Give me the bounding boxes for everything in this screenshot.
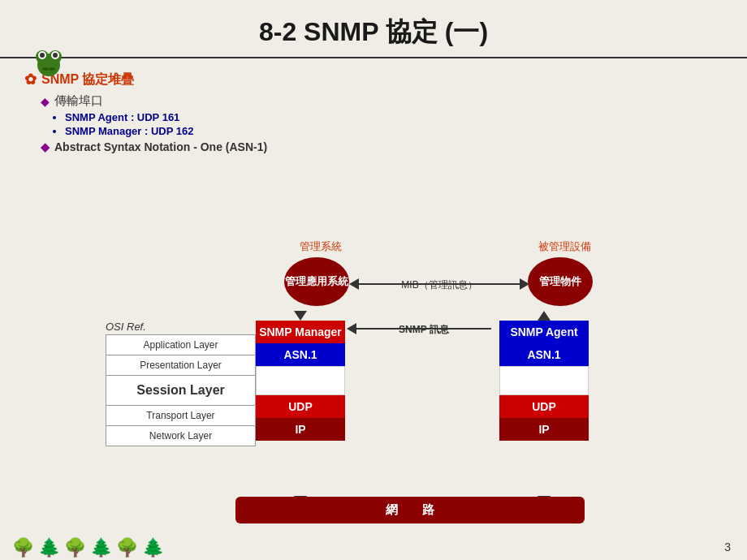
up-arrow-agent	[499, 311, 589, 321]
port-item-2: SNMP Manager : UDP 162	[65, 125, 723, 137]
manager-stack-ip: IP	[256, 418, 345, 441]
osi-ref-title: OSI Ref.	[106, 321, 256, 333]
frog-icon	[24, 47, 73, 80]
page-number: 3	[724, 541, 731, 554]
agent-stack-ip-label: IP	[538, 423, 549, 436]
mib-arrow	[349, 278, 529, 290]
osi-row-transport: Transport Layer	[106, 406, 256, 426]
agent-stack-asn: ASN.1	[499, 343, 589, 366]
diamond-icon-2: ◆	[41, 140, 50, 153]
content-area: ✿ SNMP 協定堆疊 ◆ 傳輸埠口 SNMP Agent : UDP 161 …	[0, 67, 747, 153]
abstract-notation: ◆ Abstract Syntax Notation - One (ASN-1)	[41, 140, 723, 153]
mib-arrow-right	[520, 278, 529, 290]
agent-stack-udp-label: UDP	[532, 400, 556, 413]
agent-stack-snmp: SNMP Agent	[499, 321, 589, 343]
managed-device-label: 被管理設備	[524, 239, 605, 254]
tree-icon-3: 🌳	[64, 537, 86, 558]
osi-layer-network: Network Layer	[106, 426, 256, 446]
osi-row-session: Session Layer	[106, 376, 256, 406]
manager-stack-udp-label: UDP	[288, 400, 313, 413]
osi-row-application: Application Layer	[106, 335, 256, 355]
osi-table: Application Layer Presentation Layer Ses…	[106, 334, 256, 446]
agent-stack-asn-label: ASN.1	[527, 348, 560, 361]
manager-stack-empty	[256, 366, 345, 395]
subsection-port: ◆ 傳輸埠口 SNMP Agent : UDP 161 SNMP Manager…	[41, 93, 723, 137]
arrow-up-agent-icon	[538, 311, 551, 321]
snmp-msg-area: SNMP 訊息	[347, 323, 501, 338]
osi-row-presentation: Presentation Layer	[106, 355, 256, 376]
arrow-down-manager-icon	[294, 311, 307, 321]
oval-manager: 管理應用系統	[284, 257, 349, 306]
mib-arrow-line	[359, 283, 520, 285]
snmp-arrow-line	[356, 328, 491, 330]
trees-decoration: 🌳 🌲 🌳 🌲 🌳 🌲	[0, 537, 164, 560]
tree-icon-1: 🌳	[12, 537, 34, 558]
port-list: SNMP Agent : UDP 161 SNMP Manager : UDP …	[65, 111, 723, 137]
agent-stack-ip: IP	[499, 418, 589, 441]
manager-stack-asn-label: ASN.1	[283, 348, 317, 361]
svg-point-5	[40, 53, 45, 58]
svg-point-8	[49, 67, 55, 71]
osi-layer-application: Application Layer	[106, 335, 256, 355]
agent-stack-snmp-label: SNMP Agent	[510, 325, 577, 338]
network-bar: 網 路	[235, 497, 585, 523]
svg-point-7	[42, 67, 49, 71]
slide-header: 8-2 SNMP 協定 (一)	[0, 0, 747, 58]
osi-ref-area: OSI Ref. Application Layer Presentation …	[106, 321, 256, 446]
agent-stack-udp: UDP	[499, 395, 589, 418]
svg-point-6	[53, 53, 58, 58]
mib-arrow-left	[349, 278, 359, 290]
slide: 8-2 SNMP 協定 (一) ✿ SNMP 協定堆疊 ◆ 傳輸埠口	[0, 0, 747, 560]
slide-title: 8-2 SNMP 協定 (一)	[0, 15, 747, 50]
tree-icon-4: 🌲	[90, 537, 112, 558]
oval-manager-text: 管理應用系統	[285, 275, 348, 288]
manager-stack-ip-label: IP	[295, 423, 305, 436]
subsection-port-title: ◆ 傳輸埠口	[41, 93, 723, 109]
snmp-msg-arrow	[347, 323, 501, 334]
snmp-arrow-left	[347, 323, 356, 334]
manager-stack-snmp-label: SNMP Manager	[259, 325, 342, 338]
manager-stack-udp: UDP	[256, 395, 345, 418]
oval-agent-text: 管理物件	[539, 274, 581, 289]
abstract-notation-text: Abstract Syntax Notation - One (ASN-1)	[54, 140, 267, 153]
oval-agent: 管理物件	[528, 257, 593, 306]
osi-layer-presentation: Presentation Layer	[106, 355, 256, 376]
mgmt-system-label: 管理系統	[280, 239, 361, 254]
subsection-port-label: 傳輸埠口	[54, 93, 103, 109]
diamond-icon: ◆	[41, 95, 50, 108]
diagram-area: 管理系統 被管理設備 管理應用系統 管理物件 MIB（管理訊息） SNMP 訊息	[106, 239, 698, 540]
osi-layer-transport: Transport Layer	[106, 406, 256, 426]
manager-stack-asn: ASN.1	[256, 343, 345, 366]
tree-icon-5: 🌳	[116, 537, 138, 558]
port-item-1: SNMP Agent : UDP 161	[65, 111, 723, 123]
manager-stack: SNMP Manager ASN.1 UDP IP	[256, 321, 345, 441]
mib-arrow-area: MIB（管理訊息）	[349, 278, 529, 294]
tree-icon-2: 🌲	[38, 537, 60, 558]
agent-stack: SNMP Agent ASN.1 UDP IP	[499, 321, 589, 441]
manager-stack-snmp: SNMP Manager	[256, 321, 345, 343]
down-arrow-manager	[256, 311, 345, 321]
tree-icon-6: 🌲	[142, 537, 164, 558]
osi-row-network: Network Layer	[106, 426, 256, 446]
agent-stack-empty	[499, 366, 589, 395]
osi-layer-session: Session Layer	[106, 376, 256, 406]
section-title: ✿ SNMP 協定堆疊	[24, 71, 723, 88]
